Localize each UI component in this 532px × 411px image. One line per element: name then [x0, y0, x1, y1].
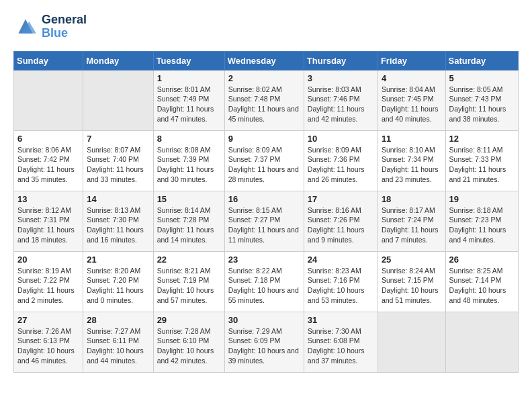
weekday-header: Friday [378, 51, 445, 70]
day-info-line: Sunrise: 8:21 AM [157, 266, 221, 276]
day-info: Sunrise: 7:26 AMSunset: 6:13 PMDaylight:… [17, 326, 79, 366]
day-info: Sunrise: 8:01 AMSunset: 7:49 PMDaylight:… [157, 85, 221, 124]
day-info-line: Sunset: 7:20 PM [87, 275, 149, 285]
day-info: Sunrise: 8:22 AMSunset: 7:18 PMDaylight:… [228, 266, 300, 306]
day-info-line: Daylight: 11 hours and 23 minutes. [382, 165, 442, 184]
day-info-line: Sunset: 7:48 PM [228, 94, 300, 104]
day-info-line: Sunrise: 8:11 AM [449, 145, 515, 155]
day-number: 15 [157, 194, 221, 204]
day-info-line: Sunrise: 8:08 AM [157, 145, 221, 155]
day-number: 20 [17, 255, 79, 265]
day-number: 24 [308, 255, 374, 265]
day-info-line: Sunrise: 8:25 AM [449, 266, 515, 276]
weekday-header: Tuesday [153, 51, 224, 70]
calendar-cell: 9Sunrise: 8:09 AMSunset: 7:37 PMDaylight… [224, 130, 304, 191]
calendar-cell: 6Sunrise: 8:06 AMSunset: 7:42 PMDaylight… [14, 130, 83, 191]
day-info-line: Sunrise: 8:19 AM [17, 266, 79, 276]
day-info-line: Daylight: 10 hours and 48 minutes. [449, 285, 515, 305]
day-info-line: Sunset: 7:43 PM [449, 94, 515, 104]
calendar-cell: 30Sunrise: 7:29 AMSunset: 6:09 PMDayligh… [224, 312, 304, 372]
day-info: Sunrise: 8:12 AMSunset: 7:31 PMDaylight:… [17, 205, 79, 245]
day-info: Sunrise: 8:16 AMSunset: 7:26 PMDaylight:… [308, 205, 374, 245]
day-number: 18 [382, 194, 442, 204]
day-number: 10 [308, 134, 374, 144]
day-info: Sunrise: 8:21 AMSunset: 7:19 PMDaylight:… [157, 266, 221, 306]
day-info-line: Sunrise: 8:07 AM [87, 145, 149, 155]
calendar-cell: 8Sunrise: 8:08 AMSunset: 7:39 PMDaylight… [153, 130, 224, 191]
day-info-line: Daylight: 11 hours and 4 minutes. [449, 225, 515, 244]
day-info: Sunrise: 7:28 AMSunset: 6:10 PMDaylight:… [157, 326, 221, 366]
day-info-line: Sunrise: 8:01 AM [157, 85, 221, 95]
page-header: General Blue [13, 13, 519, 40]
day-info: Sunrise: 8:24 AMSunset: 7:15 PMDaylight:… [382, 266, 442, 306]
calendar-cell: 27Sunrise: 7:26 AMSunset: 6:13 PMDayligh… [14, 312, 83, 372]
weekday-header: Wednesday [224, 51, 304, 70]
day-info: Sunrise: 8:19 AMSunset: 7:22 PMDaylight:… [17, 266, 79, 306]
calendar-cell [83, 70, 153, 130]
day-info: Sunrise: 8:09 AMSunset: 7:37 PMDaylight:… [228, 145, 300, 185]
day-info-line: Sunrise: 8:16 AM [308, 205, 374, 216]
day-info-line: Daylight: 11 hours and 28 minutes. [228, 165, 300, 184]
day-info-line: Sunset: 7:24 PM [382, 215, 442, 225]
calendar-cell: 31Sunrise: 7:30 AMSunset: 6:08 PMDayligh… [304, 312, 378, 372]
day-number: 17 [308, 194, 374, 204]
day-info: Sunrise: 8:14 AMSunset: 7:28 PMDaylight:… [157, 205, 221, 245]
day-info-line: Sunrise: 8:09 AM [308, 145, 374, 155]
day-info-line: Sunset: 6:13 PM [17, 336, 79, 346]
day-info-line: Sunrise: 8:06 AM [17, 145, 79, 155]
day-info-line: Sunset: 7:40 PM [87, 154, 149, 165]
calendar-cell [445, 312, 518, 372]
calendar-cell: 24Sunrise: 8:23 AMSunset: 7:16 PMDayligh… [304, 251, 378, 312]
day-number: 23 [228, 255, 300, 265]
day-info: Sunrise: 8:04 AMSunset: 7:45 PMDaylight:… [382, 85, 442, 124]
day-info-line: Daylight: 10 hours and 57 minutes. [157, 285, 221, 305]
day-info-line: Sunrise: 8:24 AM [382, 266, 442, 276]
calendar-cell: 25Sunrise: 8:24 AMSunset: 7:15 PMDayligh… [378, 251, 445, 312]
day-info-line: Daylight: 10 hours and 55 minutes. [228, 285, 300, 305]
day-info: Sunrise: 8:11 AMSunset: 7:33 PMDaylight:… [449, 145, 515, 185]
calendar-cell: 3Sunrise: 8:03 AMSunset: 7:46 PMDaylight… [304, 70, 378, 130]
calendar-cell: 15Sunrise: 8:14 AMSunset: 7:28 PMDayligh… [153, 191, 224, 251]
day-info-line: Sunset: 7:19 PM [157, 275, 221, 285]
day-number: 12 [449, 134, 515, 144]
calendar-cell: 28Sunrise: 7:27 AMSunset: 6:11 PMDayligh… [83, 312, 153, 372]
calendar-cell: 23Sunrise: 8:22 AMSunset: 7:18 PMDayligh… [224, 251, 304, 312]
calendar-cell: 16Sunrise: 8:15 AMSunset: 7:27 PMDayligh… [224, 191, 304, 251]
day-info-line: Daylight: 11 hours and 7 minutes. [382, 225, 442, 244]
day-info-line: Sunrise: 8:10 AM [382, 145, 442, 155]
day-number: 13 [17, 194, 79, 204]
day-info-line: Sunset: 7:23 PM [449, 215, 515, 225]
day-info-line: Sunrise: 8:18 AM [449, 205, 515, 216]
day-number: 26 [449, 255, 515, 265]
day-number: 25 [382, 255, 442, 265]
day-info-line: Sunrise: 8:13 AM [87, 205, 149, 216]
day-info-line: Daylight: 11 hours and 9 minutes. [308, 225, 374, 244]
day-number: 1 [157, 73, 221, 83]
day-info: Sunrise: 8:18 AMSunset: 7:23 PMDaylight:… [449, 205, 515, 245]
weekday-header: Thursday [304, 51, 378, 70]
weekday-header: Sunday [14, 51, 83, 70]
day-info: Sunrise: 8:25 AMSunset: 7:14 PMDaylight:… [449, 266, 515, 306]
calendar-cell: 13Sunrise: 8:12 AMSunset: 7:31 PMDayligh… [14, 191, 83, 251]
day-info-line: Sunrise: 8:15 AM [228, 205, 300, 216]
day-info: Sunrise: 8:09 AMSunset: 7:36 PMDaylight:… [308, 145, 374, 185]
day-info-line: Sunrise: 7:28 AM [157, 326, 221, 336]
calendar-cell: 26Sunrise: 8:25 AMSunset: 7:14 PMDayligh… [445, 251, 518, 312]
day-info-line: Sunset: 7:27 PM [228, 215, 300, 225]
calendar-cell: 22Sunrise: 8:21 AMSunset: 7:19 PMDayligh… [153, 251, 224, 312]
day-info-line: Sunrise: 8:05 AM [449, 85, 515, 95]
day-number: 19 [449, 194, 515, 204]
day-info-line: Sunrise: 7:29 AM [228, 326, 300, 336]
day-info-line: Sunrise: 7:27 AM [87, 326, 149, 336]
day-number: 6 [17, 134, 79, 144]
calendar-table: SundayMondayTuesdayWednesdayThursdayFrid… [13, 51, 519, 373]
day-info-line: Sunset: 6:11 PM [87, 336, 149, 346]
day-info-line: Sunset: 7:37 PM [228, 154, 300, 165]
day-info-line: Sunset: 7:36 PM [308, 154, 374, 165]
calendar-cell: 29Sunrise: 7:28 AMSunset: 6:10 PMDayligh… [153, 312, 224, 372]
day-info: Sunrise: 8:02 AMSunset: 7:48 PMDaylight:… [228, 85, 300, 124]
day-info: Sunrise: 8:13 AMSunset: 7:30 PMDaylight:… [87, 205, 149, 245]
day-info-line: Daylight: 11 hours and 2 minutes. [17, 285, 79, 305]
day-number: 11 [382, 134, 442, 144]
day-info-line: Sunset: 7:15 PM [382, 275, 442, 285]
